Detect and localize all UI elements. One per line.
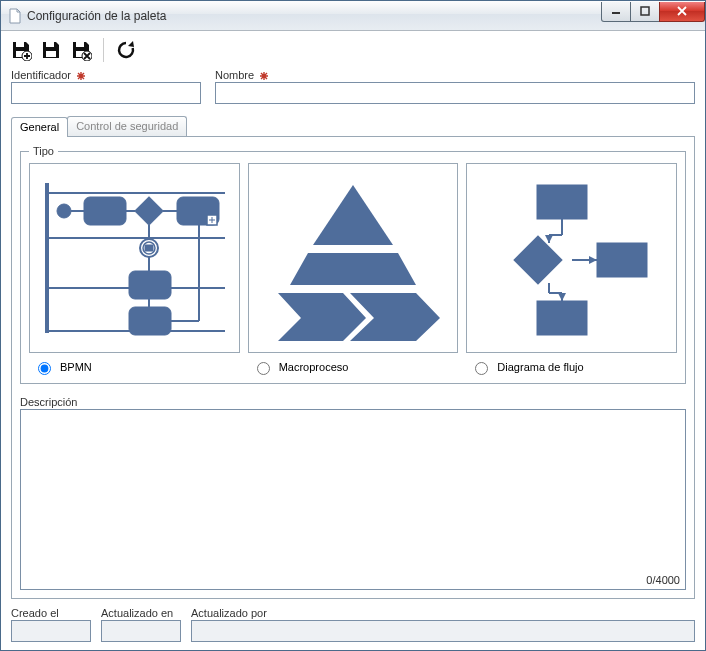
required-icon (259, 71, 269, 81)
svg-rect-24 (145, 245, 153, 251)
radio-macro[interactable]: Macroproceso (248, 359, 459, 375)
descripcion-label: Descripción (20, 396, 686, 408)
tab-seguridad[interactable]: Control de seguridad (67, 116, 187, 136)
identificador-label: Identificador (11, 69, 201, 81)
field-actualizado-por: Actualizado por (191, 607, 695, 642)
svg-rect-5 (46, 42, 54, 47)
nombre-label: Nombre (215, 69, 695, 81)
footer: Creado el Actualizado en Actualizado por (11, 607, 695, 642)
document-icon (7, 8, 23, 24)
svg-rect-25 (129, 271, 171, 299)
actualizado-por-value (191, 620, 695, 642)
radio-flujo-input[interactable] (475, 362, 488, 375)
radio-bpmn-input[interactable] (38, 362, 51, 375)
identificador-label-text: Identificador (11, 69, 71, 81)
titlebar[interactable]: Configuración de la paleta (1, 1, 705, 31)
svg-rect-40 (514, 236, 562, 284)
svg-rect-42 (537, 301, 587, 335)
toolbar (1, 31, 705, 69)
svg-marker-36 (290, 253, 416, 285)
refresh-button[interactable] (112, 36, 140, 64)
radio-bpmn-label: BPMN (60, 361, 92, 373)
radio-macro-label: Macroproceso (279, 361, 349, 373)
creado-value (11, 620, 91, 642)
svg-rect-39 (537, 185, 587, 219)
save-and-new-button[interactable] (7, 36, 35, 64)
tipo-card-flujo[interactable] (466, 163, 677, 353)
bpmn-icon (39, 173, 229, 343)
tipo-legend: Tipo (29, 145, 58, 157)
actualizado-en-label: Actualizado en (101, 607, 181, 619)
field-nombre: Nombre (215, 69, 695, 104)
creado-label: Creado el (11, 607, 91, 619)
content: Identificador Nombre General (1, 69, 705, 650)
svg-marker-46 (545, 235, 553, 243)
minimize-button[interactable] (601, 2, 631, 22)
maximize-button[interactable] (630, 2, 660, 22)
pyramid-icon (258, 173, 448, 343)
svg-marker-37 (278, 293, 366, 341)
identificador-input[interactable] (11, 82, 201, 104)
svg-rect-0 (612, 12, 620, 14)
radio-flujo-label: Diagrama de flujo (497, 361, 583, 373)
window-title: Configuración de la paleta (27, 9, 602, 23)
svg-marker-52 (558, 293, 566, 301)
actualizado-por-label: Actualizado por (191, 607, 695, 619)
field-creado: Creado el (11, 607, 91, 642)
field-identificador: Identificador (11, 69, 201, 104)
radio-bpmn[interactable]: BPMN (29, 359, 240, 375)
svg-rect-41 (597, 243, 647, 277)
svg-point-15 (57, 204, 71, 218)
tabpanel-general: Tipo (11, 136, 695, 599)
svg-rect-6 (46, 51, 56, 57)
svg-marker-35 (313, 185, 393, 245)
svg-rect-26 (129, 307, 171, 335)
required-icon (76, 71, 86, 81)
tipo-card-bpmn[interactable] (29, 163, 240, 353)
svg-rect-7 (76, 42, 84, 47)
svg-marker-48 (589, 256, 597, 264)
descripcion-counter: 0/4000 (646, 574, 680, 586)
field-actualizado-en: Actualizado en (101, 607, 181, 642)
window-controls (602, 2, 705, 22)
descripcion-wrap: 0/4000 (20, 409, 686, 590)
nombre-input[interactable] (215, 82, 695, 104)
nombre-label-text: Nombre (215, 69, 254, 81)
window: Configuración de la paleta (0, 0, 706, 651)
save-and-close-button[interactable] (67, 36, 95, 64)
svg-rect-16 (84, 197, 126, 225)
actualizado-en-value (101, 620, 181, 642)
tab-general[interactable]: General (11, 117, 68, 137)
toolbar-separator (103, 38, 104, 62)
flowchart-icon (477, 173, 667, 343)
radio-macro-input[interactable] (257, 362, 270, 375)
svg-rect-2 (16, 42, 24, 47)
tabstrip: General Control de seguridad (11, 116, 695, 136)
tabs: General Control de seguridad Tipo (11, 116, 695, 599)
radio-flujo[interactable]: Diagrama de flujo (466, 359, 677, 375)
svg-rect-1 (641, 7, 649, 15)
tipo-fieldset: Tipo (20, 145, 686, 384)
descripcion-textarea[interactable] (20, 409, 686, 590)
tipo-card-macro[interactable] (248, 163, 459, 353)
svg-rect-17 (135, 197, 163, 225)
close-button[interactable] (659, 2, 705, 22)
save-button[interactable] (37, 36, 65, 64)
